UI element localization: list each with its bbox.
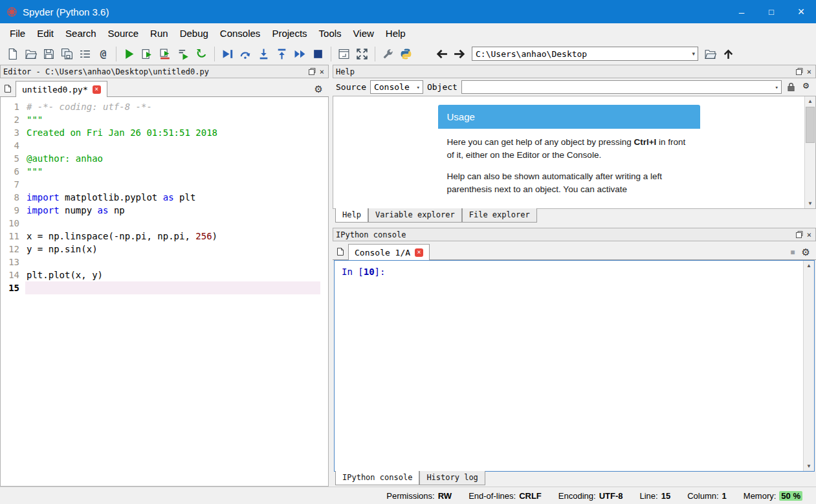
save-all-button[interactable] [58,45,76,63]
close-pane-icon[interactable]: × [320,68,324,76]
menu-item-projects[interactable]: Projects [266,25,313,41]
console-options-gear-icon[interactable]: ⚙ [799,247,814,259]
menu-item-search[interactable]: Search [60,25,102,41]
menu-item-consoles[interactable]: Consoles [214,25,267,41]
new-file-button[interactable] [4,45,21,63]
open-file-button[interactable] [22,45,39,63]
tab-history-log[interactable]: History log [419,471,485,485]
interrupt-kernel-icon[interactable]: ■ [786,248,799,259]
undock-pane-icon[interactable] [309,68,316,75]
editor-pane-header: Editor - C:\Users\anhao\Desktop\untitled… [0,65,329,78]
scroll-down-icon[interactable]: ▼ [808,199,813,208]
source-value: Console [374,82,410,92]
scroll-up-icon[interactable]: ▲ [806,261,811,270]
rerun-button[interactable] [193,45,210,63]
chevron-down-icon[interactable]: ▾ [689,50,698,57]
scrollbar-thumb[interactable] [806,107,815,143]
code-line-13[interactable]: 13 [1,256,328,268]
lock-icon[interactable] [786,82,797,92]
close-tab-icon[interactable]: × [415,248,423,257]
step-out-button[interactable] [273,45,291,63]
menu-item-run[interactable]: Run [144,25,174,41]
code-line-5[interactable]: 5@author: anhao [1,152,328,165]
working-directory-input[interactable] [472,48,689,60]
maximize-button[interactable]: □ [756,0,786,23]
code-line-12[interactable]: 12y = np.sin(x) [1,243,328,256]
code-line-7[interactable]: 7 [1,178,328,191]
back-button[interactable] [433,45,450,63]
editor-tab[interactable]: untitled0.py* × [16,81,107,97]
code-line-2[interactable]: 2""" [1,113,328,126]
forward-button[interactable] [451,45,469,63]
code-line-10[interactable]: 10 [1,217,328,230]
close-tab-icon[interactable]: × [93,85,101,94]
help-scrollbar[interactable]: ▲ ▼ [804,96,815,208]
step-over-button[interactable] [237,45,254,63]
code-line-11[interactable]: 11x = np.linspace(-np.pi, np.pi, 256) [1,230,328,243]
undock-pane-icon[interactable] [796,68,803,75]
menu-item-file[interactable]: File [4,25,31,41]
code-line-3[interactable]: 3Created on Fri Jan 26 01:51:51 2018 [1,126,328,139]
run-cell-advance-button[interactable] [157,45,174,63]
code-line-15[interactable]: 15 [1,281,328,294]
console-view[interactable]: In [10]: ▲ ▼ [334,260,815,472]
minimize-button[interactable]: – [727,0,756,23]
file-switcher-button[interactable] [76,45,94,63]
find-symbols-button[interactable]: @ [94,45,112,63]
code-line-1[interactable]: 1# -*- coding: utf-8 -*- [1,100,328,113]
menu-item-edit[interactable]: Edit [31,25,60,41]
code-line-8[interactable]: 8import matplotlib.pyplot as plt [1,191,328,204]
console-pane-title: IPython console [336,230,406,239]
code-editor[interactable]: 1# -*- coding: utf-8 -*-2"""3Created on … [0,97,329,487]
run-cell-button[interactable] [138,45,156,63]
close-pane-icon[interactable]: × [807,231,811,239]
tab-file-explorer[interactable]: File explorer [462,208,537,223]
step-into-button[interactable] [255,45,272,63]
browse-directory-button[interactable] [701,45,719,63]
browse-tabs-icon[interactable] [335,247,348,259]
menu-item-tools[interactable]: Tools [313,25,347,41]
continue-button[interactable] [291,45,309,63]
undock-pane-icon[interactable] [796,231,803,238]
close-button[interactable]: × [786,0,816,23]
help-options-gear-icon[interactable]: ⚙ [800,81,813,93]
working-directory-combobox[interactable]: ▾ [472,47,698,61]
console-tab[interactable]: Console 1/A × [348,244,430,260]
menu-item-view[interactable]: View [347,25,380,41]
browse-tabs-icon[interactable] [2,84,16,96]
code-line-6[interactable]: 6""" [1,165,328,178]
run-selection-button[interactable] [175,45,192,63]
code-text: Created on Fri Jan 26 01:51:51 2018 [25,126,320,139]
editor-options-gear-icon[interactable]: ⚙ [312,84,327,96]
menu-item-debug[interactable]: Debug [174,25,214,41]
maximize-pane-button[interactable] [335,45,353,63]
menu-item-source[interactable]: Source [102,25,145,41]
code-line-14[interactable]: 14plt.plot(x, y) [1,268,328,281]
stop-debug-button[interactable] [309,45,327,63]
fullscreen-button[interactable] [353,45,371,63]
close-pane-icon[interactable]: × [807,68,811,76]
menu-item-help[interactable]: Help [380,25,412,41]
debug-button[interactable] [219,45,236,63]
run-button[interactable] [120,45,138,63]
preferences-button[interactable] [379,45,397,63]
usage-paragraph: Here you can get help of any object by p… [447,136,691,162]
console-text[interactable]: In [10]: [335,261,803,471]
code-line-4[interactable]: 4 [1,139,328,152]
object-combobox[interactable]: ▾ [461,80,782,94]
tab-variable-explorer[interactable]: Variable explorer [368,208,462,223]
parent-directory-button[interactable] [720,45,737,63]
scroll-up-icon[interactable]: ▲ [808,96,813,106]
console-scrollbar[interactable]: ▲ ▼ [803,261,814,471]
tab-ipython-console[interactable]: IPython console [335,471,419,485]
save-button[interactable] [40,45,58,63]
python-path-button[interactable] [397,45,415,63]
chevron-down-icon: ▾ [414,84,423,91]
status-permissions: Permissions:RW [378,491,460,501]
line-number: 12 [1,243,25,256]
code-line-9[interactable]: 9import numpy as np [1,204,328,217]
source-combobox[interactable]: Console ▾ [370,80,423,94]
scroll-down-icon[interactable]: ▼ [806,461,811,471]
status-column: Column:1 [679,491,735,501]
tab-help[interactable]: Help [335,208,368,223]
